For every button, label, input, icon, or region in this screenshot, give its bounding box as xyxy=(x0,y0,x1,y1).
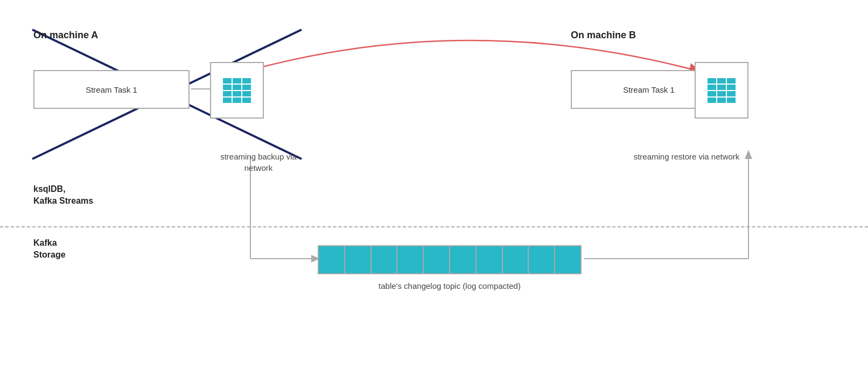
changelog-annotation: table's changelog topic (log compacted) xyxy=(318,280,582,292)
restore-annotation: streaming restore via network xyxy=(633,151,740,162)
changelog-cell-4 xyxy=(397,246,424,273)
changelog-bar xyxy=(318,245,582,274)
store-icon-a xyxy=(223,78,251,103)
stream-task-a: Stream Task 1 xyxy=(33,70,190,109)
state-store-b xyxy=(695,62,748,119)
changelog-cell-8 xyxy=(503,246,529,273)
changelog-cell-1 xyxy=(319,246,345,273)
svg-marker-10 xyxy=(745,150,752,159)
changelog-cell-5 xyxy=(424,246,450,273)
machine-b-label: On machine B xyxy=(571,30,636,41)
changelog-cell-9 xyxy=(529,246,555,273)
changelog-cell-3 xyxy=(372,246,398,273)
diagram: On machine A On machine B Stream Task 1 … xyxy=(0,0,868,388)
changelog-cell-2 xyxy=(345,246,372,273)
state-store-a xyxy=(210,62,264,119)
kafka-storage-label: Kafka Storage xyxy=(33,237,66,261)
ksqldb-label: ksqlDB, Kafka Streams xyxy=(33,183,93,207)
separator-line xyxy=(0,226,868,227)
machine-a-label: On machine A xyxy=(33,30,98,41)
changelog-cell-10 xyxy=(555,246,580,273)
changelog-cell-6 xyxy=(450,246,477,273)
changelog-cell-7 xyxy=(477,246,503,273)
svg-arrows xyxy=(0,0,868,388)
backup-annotation: streaming backup via network xyxy=(210,151,307,174)
store-icon-b xyxy=(708,78,736,103)
